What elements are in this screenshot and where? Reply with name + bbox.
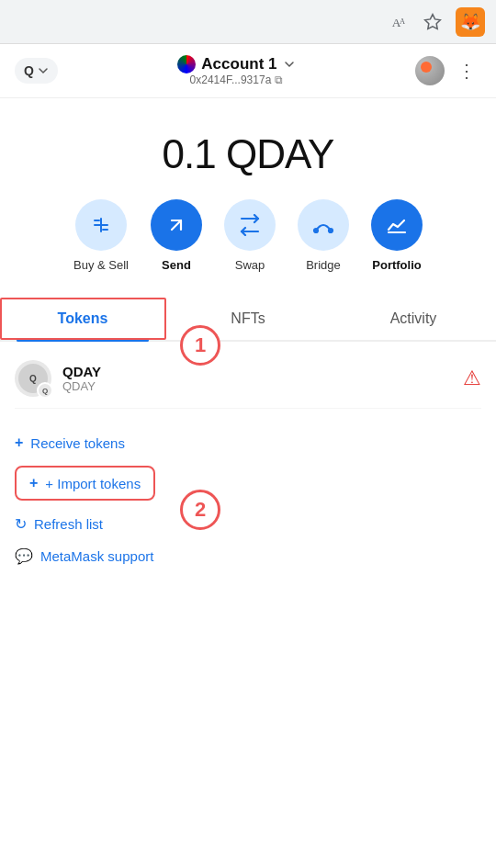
buy-sell-label: Buy & Sell: [73, 258, 129, 272]
chevron-down-icon: [38, 65, 49, 76]
account-name-row[interactable]: Account 1: [177, 55, 295, 73]
send-icon: [151, 199, 202, 251]
balance-section: 0.1 QDAY: [0, 98, 496, 199]
footer-links: + Receive tokens + + Import tokens 2 ↻ R…: [0, 416, 496, 572]
send-label: Send: [162, 258, 191, 272]
network-selector[interactable]: Q: [15, 58, 58, 84]
more-menu-button[interactable]: ⋮: [452, 56, 481, 85]
copy-address-icon[interactable]: ⧉: [275, 73, 283, 86]
font-size-icon[interactable]: A A: [389, 12, 410, 32]
support-link[interactable]: 💬 MetaMask support: [15, 547, 481, 565]
refresh-icon: ↻: [15, 515, 27, 533]
action-send[interactable]: Send: [151, 199, 202, 272]
token-badge: Q: [37, 382, 53, 399]
actions-row: Buy & Sell Send Swap: [0, 199, 496, 298]
svg-point-8: [314, 229, 318, 232]
bridge-icon: [298, 199, 349, 251]
swap-icon: [224, 199, 276, 251]
import-tokens-link[interactable]: + + Import tokens: [15, 466, 155, 501]
token-info: QDAY QDAY: [62, 364, 452, 393]
svg-text:A: A: [400, 17, 405, 25]
metamask-popup: Q Account 1 0x2414F...9317a ⧉ ⋮ 0: [0, 44, 496, 572]
action-portfolio[interactable]: Portfolio: [371, 199, 423, 272]
refresh-list-label: Refresh list: [34, 516, 103, 532]
import-tokens-wrapper: + + Import tokens 2: [15, 466, 481, 501]
action-buy-sell[interactable]: Buy & Sell: [73, 199, 129, 272]
table-row[interactable]: Q Q QDAY QDAY ⚠: [15, 349, 481, 409]
swap-label: Swap: [235, 258, 265, 272]
svg-point-9: [329, 229, 333, 232]
svg-marker-2: [425, 14, 441, 28]
token-list: Q Q QDAY QDAY ⚠: [0, 342, 496, 416]
token-symbol: QDAY: [62, 379, 452, 393]
account-address: 0x2414F...9317a ⧉: [190, 73, 284, 86]
support-icon: 💬: [15, 547, 33, 565]
buy-sell-icon: [75, 199, 127, 251]
warning-icon: ⚠: [463, 366, 481, 390]
receive-tokens-link[interactable]: + Receive tokens: [15, 434, 481, 451]
tab-tokens[interactable]: Tokens: [0, 298, 165, 340]
header-right: ⋮: [415, 56, 481, 85]
balance-amount: 0.1 QDAY: [18, 131, 478, 177]
svg-line-7: [172, 220, 181, 230]
browser-bar: A A 🦊: [0, 0, 496, 44]
portfolio-label: Portfolio: [372, 258, 421, 272]
network-label: Q: [24, 63, 34, 78]
tab-nfts[interactable]: NFTs: [165, 298, 331, 340]
metamask-extension-icon[interactable]: 🦊: [456, 7, 485, 37]
token-icon: Q Q: [15, 360, 51, 397]
token-name: QDAY: [62, 364, 452, 379]
plus-icon-2: +: [29, 475, 38, 491]
support-label: MetaMask support: [40, 548, 153, 564]
tab-activity[interactable]: Activity: [331, 298, 496, 340]
refresh-list-link[interactable]: ↻ Refresh list: [15, 515, 481, 533]
bridge-label: Bridge: [306, 258, 341, 272]
account-avatar: [177, 55, 196, 73]
header: Q Account 1 0x2414F...9317a ⧉ ⋮: [0, 44, 496, 98]
action-swap[interactable]: Swap: [224, 199, 276, 272]
account-chevron-icon: [283, 58, 296, 71]
account-name: Account 1: [201, 55, 276, 73]
account-center: Account 1 0x2414F...9317a ⧉: [177, 55, 295, 86]
account-identicon[interactable]: [415, 56, 445, 85]
receive-tokens-label: Receive tokens: [30, 435, 125, 451]
plus-icon: +: [15, 434, 23, 451]
portfolio-icon: [371, 199, 423, 251]
import-tokens-label: + Import tokens: [45, 476, 141, 491]
action-bridge[interactable]: Bridge: [298, 199, 349, 272]
star-icon[interactable]: [423, 12, 443, 32]
tabs-row: Tokens NFTs Activity 1: [0, 298, 496, 342]
